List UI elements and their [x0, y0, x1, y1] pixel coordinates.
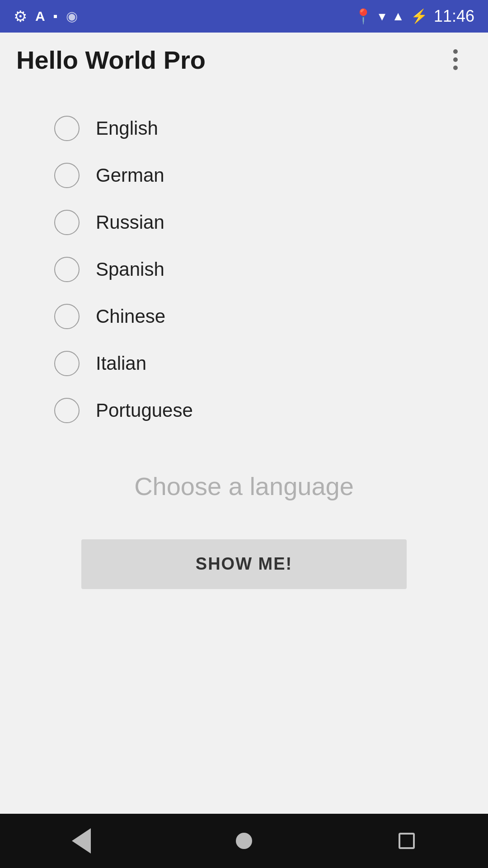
- language-label-spanish: Spanish: [96, 259, 164, 280]
- back-icon: [72, 828, 91, 854]
- language-label-chinese: Chinese: [96, 306, 165, 327]
- font-icon: A: [35, 9, 45, 23]
- language-list: English German Russian Spanish Chinese I…: [0, 105, 488, 434]
- list-item[interactable]: Russian: [54, 199, 434, 246]
- radio-german[interactable]: [54, 163, 80, 188]
- radio-spanish[interactable]: [54, 257, 80, 282]
- nav-recent-button[interactable]: [389, 823, 425, 859]
- prompt-text: Choose a language: [0, 470, 488, 503]
- language-label-portuguese: Portuguese: [96, 400, 193, 421]
- nav-home-button[interactable]: [226, 823, 262, 859]
- globe-icon: ◉: [66, 9, 78, 23]
- radio-russian[interactable]: [54, 210, 80, 235]
- radio-italian[interactable]: [54, 351, 80, 376]
- list-item[interactable]: Chinese: [54, 293, 434, 340]
- language-label-russian: Russian: [96, 212, 164, 233]
- status-time: 11:46: [434, 7, 474, 26]
- sd-icon: ▪: [53, 10, 58, 23]
- recent-icon: [399, 833, 415, 849]
- nav-bar: [0, 814, 488, 868]
- language-label-italian: Italian: [96, 353, 146, 374]
- location-icon: 📍: [354, 9, 372, 24]
- language-label-english: English: [96, 118, 158, 139]
- status-bar: ⚙ A ▪ ◉ 📍 ▾ ▲ ⚡ 11:46: [0, 0, 488, 33]
- main-content: English German Russian Spanish Chinese I…: [0, 87, 488, 814]
- home-icon: [236, 833, 252, 849]
- list-item[interactable]: Italian: [54, 340, 434, 387]
- show-me-button[interactable]: SHOW ME!: [81, 539, 407, 589]
- list-item[interactable]: Portuguese: [54, 387, 434, 434]
- overflow-dots-icon: [453, 49, 458, 70]
- battery-icon: ⚡: [411, 9, 427, 23]
- nav-back-button[interactable]: [63, 823, 99, 859]
- app-title: Hello World Pro: [16, 45, 206, 75]
- settings-icon: ⚙: [14, 9, 27, 24]
- list-item[interactable]: Spanish: [54, 246, 434, 293]
- list-item[interactable]: German: [54, 152, 434, 199]
- status-bar-right: 📍 ▾ ▲ ⚡ 11:46: [354, 7, 474, 26]
- radio-portuguese[interactable]: [54, 398, 80, 423]
- radio-chinese[interactable]: [54, 304, 80, 329]
- language-label-german: German: [96, 165, 164, 186]
- radio-english[interactable]: [54, 116, 80, 141]
- app-bar: Hello World Pro: [0, 33, 488, 87]
- overflow-menu-button[interactable]: [439, 43, 472, 76]
- wifi-icon: ▾: [379, 9, 385, 23]
- signal-icon: ▲: [392, 10, 404, 23]
- status-bar-left: ⚙ A ▪ ◉: [14, 9, 78, 24]
- list-item[interactable]: English: [54, 105, 434, 152]
